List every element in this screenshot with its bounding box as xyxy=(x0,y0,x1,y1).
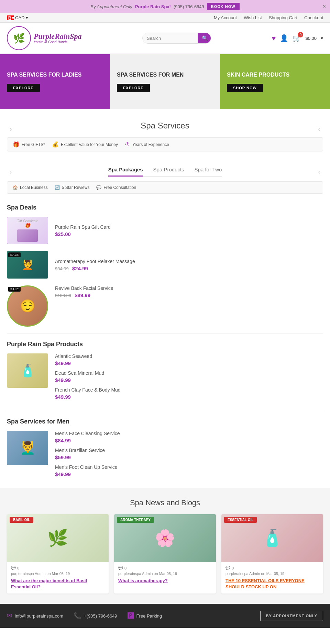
tabs-feature-reviews-text: 5 Star Reviews xyxy=(62,185,90,190)
comment-icon: 💬 xyxy=(118,566,123,570)
carousel-next-arrow[interactable]: ‹ xyxy=(315,123,323,134)
wish-list-link[interactable]: Wish List xyxy=(244,15,262,20)
blog-meta: 💬 0 purplerainspa Admin on Mar 05, 19 Wh… xyxy=(114,562,216,587)
announcement-bar: By Appointment Only Purple Rain Spa! (90… xyxy=(0,0,330,13)
sale-badge: SALE xyxy=(8,252,21,257)
comment-icon: 💬 xyxy=(226,566,230,570)
product-name: Dead Sea Mineral Mud xyxy=(55,370,323,376)
search-button[interactable]: 🔍 xyxy=(198,33,211,43)
product-price: $49.99 xyxy=(55,377,323,383)
list-item: Men's Foot Clean Up Service $49.99 xyxy=(55,464,323,477)
footer-contact-items: ✉ info@purplerainspa.com 📞 +(905) 796-66… xyxy=(7,612,162,620)
email-icon: ✉ xyxy=(7,612,12,620)
book-now-button[interactable]: BOOK NOW xyxy=(207,3,240,10)
tab-spa-for-two[interactable]: Spa for Two xyxy=(195,163,222,176)
search-input[interactable] xyxy=(143,33,198,43)
blog-author: purplerainspa Admin on Mar 05, 19 xyxy=(11,572,104,576)
section-divider-2 xyxy=(7,411,323,411)
blog-post-title[interactable]: What are the major benefits of Basil Ess… xyxy=(11,578,104,590)
comment-count: 0 xyxy=(124,566,126,570)
blog-image-container: ESSENTIAL OIL 🧴 xyxy=(221,514,323,562)
tab-spa-products[interactable]: Spa Products xyxy=(153,163,184,176)
sale-price: $89.99 xyxy=(75,292,90,298)
spa-deals-title: Spa Deals xyxy=(7,204,323,211)
spa-services-title: Spa Services xyxy=(141,121,189,131)
spa-products-section: Purple Rain Spa Products 🧴 Atlantic Seaw… xyxy=(7,341,323,404)
footer-phone-text[interactable]: +(905) 796-6649 xyxy=(84,613,117,619)
tabs-feature-local-text: Local Business xyxy=(20,185,48,190)
cart-icon[interactable]: 🛒 0 xyxy=(293,34,301,42)
list-item: French Clay Face & Body Mud $49.99 xyxy=(55,387,323,400)
spa-men-row: 💆‍♂️ Men's Face Cleansing Service $84.99… xyxy=(7,431,323,481)
logo-leaf-icon: 🌿 xyxy=(13,33,25,44)
product-name: Men's Face Cleansing Service xyxy=(55,431,323,436)
cart-badge: 0 xyxy=(298,32,303,37)
product-name: Aromatherapy Foot Relaxer Massage xyxy=(55,259,323,264)
product-price: $49.99 xyxy=(55,471,323,477)
feature-gifts: 🎁 Free GIFTS* xyxy=(13,141,45,148)
footer-phone: 📞 +(905) 796-6649 xyxy=(74,612,117,620)
blogs-grid: BASIL OIL 🌿 💬 0 purplerainspa Admin on M… xyxy=(7,514,323,594)
list-item: Men's Face Cleansing Service $84.99 xyxy=(55,431,323,443)
wishlist-icon[interactable]: ♥ xyxy=(272,34,276,42)
product-name: Purple Rain Spa Gift Card xyxy=(55,224,323,230)
tabs-prev-arrow[interactable]: › xyxy=(7,166,15,177)
value-icon: 💰 xyxy=(52,141,59,148)
home-icon: 🏠 xyxy=(13,185,18,190)
list-item: Men's Brazilian Service $59.99 xyxy=(55,448,323,460)
explore-ladies-button[interactable]: EXPLORE xyxy=(7,84,40,92)
brand-name: PurpleRainSpa xyxy=(34,33,81,40)
hero-title-men: SPA SERVICES FOR MEN xyxy=(117,71,184,79)
spa-products-title: Purple Rain Spa Products xyxy=(7,341,323,348)
shop-now-button[interactable]: SHOP NOW xyxy=(227,84,263,92)
close-announcement-button[interactable]: × xyxy=(323,3,326,10)
blog-comments: 💬 0 xyxy=(118,566,212,570)
hero-title-ladies: SPA SERVICES FOR LADIES xyxy=(7,71,82,79)
comment-icon: 💬 xyxy=(11,566,16,570)
footer-appointment-button[interactable]: BY APPOINTMENT ONLY xyxy=(260,611,323,621)
shopping-cart-link[interactable]: Shopping Cart xyxy=(269,15,297,20)
facial-image: 😌 xyxy=(7,285,48,327)
product-info: Purple Rain Spa Gift Card $25.00 xyxy=(55,224,323,237)
announcement-brand: Purple Rain Spa! xyxy=(135,4,171,9)
tabs-next-arrow[interactable]: ‹ xyxy=(315,166,323,177)
carousel-prev-arrow[interactable]: › xyxy=(7,123,15,134)
feature-experience: ⏱ Years of Experience xyxy=(125,142,169,148)
hero-section: SPA SERVICES FOR LADIES EXPLORE SPA SERV… xyxy=(0,54,330,109)
cart-amount: $0.00 xyxy=(305,36,317,41)
tabs-section: › Spa Packages Spa Products Spa for Two … xyxy=(0,158,330,197)
blog-post-title[interactable]: What is aromatherapy? xyxy=(118,578,212,584)
my-account-link[interactable]: My Account xyxy=(214,15,237,20)
chat-icon: 💬 xyxy=(96,185,101,190)
explore-men-button[interactable]: EXPLORE xyxy=(117,84,150,92)
products-row: 🧴 Atlantic Seaweed $49.99 Dead Sea Miner… xyxy=(7,353,323,404)
feature-experience-text: Years of Experience xyxy=(132,142,169,147)
product-price: $49.99 xyxy=(55,394,323,400)
flag-icon: 🇨🇦 xyxy=(7,15,14,20)
section-divider xyxy=(7,334,323,334)
announcement-italic: By Appointment Only xyxy=(90,4,132,9)
checkout-link[interactable]: Checkout xyxy=(304,15,323,20)
blog-card-basil: BASIL OIL 🌿 💬 0 purplerainspa Admin on M… xyxy=(7,514,109,594)
products-image: 🧴 xyxy=(7,353,48,388)
account-icon[interactable]: 👤 xyxy=(280,34,288,42)
footer-parking-text: Free Parking xyxy=(136,613,162,619)
product-name: Atlantic Seaweed xyxy=(55,353,323,359)
product-info: Revive Back Facial Service $100.00 $89.9… xyxy=(55,285,323,298)
blog-category-badge: AROMA THERAPY xyxy=(117,517,154,523)
gift-card-image: Gift Certificate 🎁 xyxy=(7,217,48,244)
original-price: $100.00 xyxy=(55,293,71,298)
refresh-icon: 🔄 xyxy=(55,185,60,190)
blog-post-title[interactable]: THE 10 ESSENTIAL OILS EVERYONE SHOULD ST… xyxy=(226,578,319,590)
tabs-carousel-arrows: › Spa Packages Spa Products Spa for Two … xyxy=(7,163,323,180)
cart-dropdown-arrow[interactable]: ▾ xyxy=(321,35,323,41)
product-image-container: Gift Certificate 🎁 xyxy=(7,217,48,244)
tab-spa-packages[interactable]: Spa Packages xyxy=(108,163,143,176)
footer-email-text[interactable]: info@purplerainspa.com xyxy=(15,613,63,619)
product-image-container: SALE 💆 xyxy=(7,251,48,279)
product-price: $84.99 xyxy=(55,438,323,443)
logo[interactable]: 🌿 PurpleRainSpa You're In Good Hands xyxy=(7,26,81,50)
list-item: Gift Certificate 🎁 Purple Rain Spa Gift … xyxy=(7,217,323,244)
currency-selector[interactable]: 🇨🇦 CAD ▾ xyxy=(7,15,28,20)
hero-card-ladies: SPA SERVICES FOR LADIES EXPLORE xyxy=(0,54,110,109)
